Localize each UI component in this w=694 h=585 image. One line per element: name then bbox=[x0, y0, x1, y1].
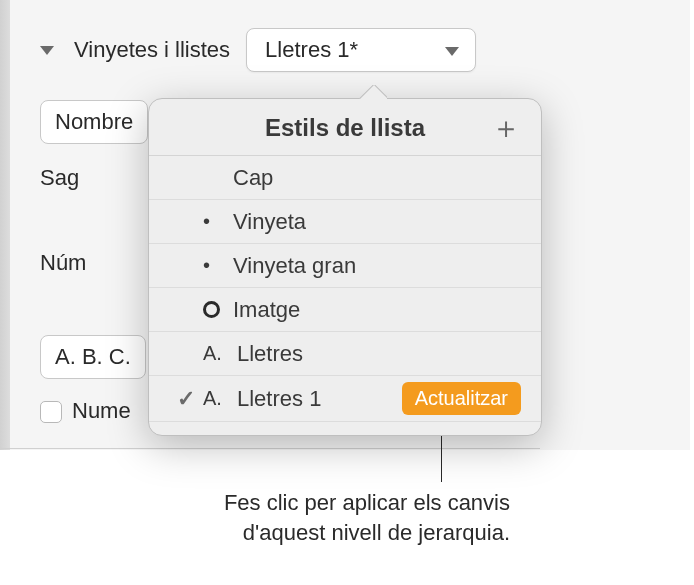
style-item-letters-1[interactable]: ✓ A. Lletres 1 Actualitzar bbox=[149, 376, 541, 421]
callout-text: Fes clic per aplicar els canvis d'aquest… bbox=[200, 488, 510, 547]
panel-divider bbox=[0, 448, 540, 449]
nume-checkbox[interactable] bbox=[40, 401, 62, 423]
letters1-prefix: A. bbox=[203, 387, 233, 410]
image-bullet-icon bbox=[203, 301, 233, 318]
style-list: Cap • Vinyeta • Vinyeta gran Imatge A. L… bbox=[149, 156, 541, 421]
nume-label: Nume bbox=[72, 398, 131, 423]
list-style-popup-value: Lletres 1* bbox=[265, 37, 358, 62]
bullet-small-icon: • bbox=[203, 210, 233, 233]
callout-leader-line bbox=[441, 428, 442, 482]
letters-prefix: A. bbox=[203, 342, 233, 365]
style-item-bullet-large[interactable]: • Vinyeta gran bbox=[149, 244, 541, 288]
style-label-letters: Lletres bbox=[237, 341, 521, 367]
list-styles-popover: Estils de llista ＋ Cap • Vinyeta • Vinye… bbox=[148, 98, 542, 436]
popover-title: Estils de llista bbox=[199, 114, 491, 142]
style-label-bullet: Vinyeta bbox=[233, 209, 521, 235]
list-style-popup[interactable]: Lletres 1* bbox=[246, 28, 476, 72]
partial-row-nombre: Nombre bbox=[40, 100, 148, 144]
update-style-button[interactable]: Actualitzar bbox=[402, 382, 521, 415]
abc-format-box[interactable]: A. B. C. bbox=[40, 335, 146, 379]
add-style-icon[interactable]: ＋ bbox=[491, 113, 521, 143]
nombre-box[interactable]: Nombre bbox=[40, 100, 148, 144]
partial-row-abc: A. B. C. bbox=[40, 335, 146, 379]
style-item-none[interactable]: Cap bbox=[149, 156, 541, 200]
list-overflow bbox=[149, 421, 541, 435]
popover-header: Estils de llista ＋ bbox=[149, 99, 541, 156]
style-item-bullet[interactable]: • Vinyeta bbox=[149, 200, 541, 244]
style-label-letters-1: Lletres 1 bbox=[237, 386, 402, 412]
disclosure-triangle-icon[interactable] bbox=[40, 46, 54, 55]
bullet-large-icon: • bbox=[203, 254, 233, 277]
style-label-image: Imatge bbox=[233, 297, 521, 323]
style-item-image[interactable]: Imatge bbox=[149, 288, 541, 332]
section-title: Vinyetes i llistes bbox=[74, 37, 230, 63]
check-col: ✓ bbox=[169, 386, 203, 412]
partial-row-sag: Sag bbox=[40, 165, 79, 191]
popover-arrow-icon bbox=[359, 85, 387, 99]
partial-row-nume: Nume bbox=[40, 398, 131, 424]
checkmark-icon: ✓ bbox=[177, 386, 195, 412]
bullets-lists-row: Vinyetes i llistes Lletres 1* bbox=[40, 28, 476, 72]
style-item-letters[interactable]: A. Lletres bbox=[149, 332, 541, 376]
partial-row-num: Núm bbox=[40, 250, 86, 276]
style-label-bullet-large: Vinyeta gran bbox=[233, 253, 521, 279]
style-label-none: Cap bbox=[233, 165, 521, 191]
